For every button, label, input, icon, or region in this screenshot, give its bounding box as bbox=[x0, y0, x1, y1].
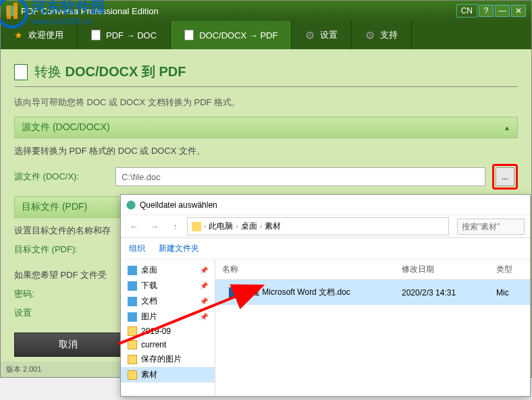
dialog-sidebar: 桌面📌下载📌文档📌图片📌2019-09current保存的图片素材 bbox=[121, 260, 215, 395]
settings-label: 设置 bbox=[14, 307, 32, 319]
title-bar: PDF Conversa Professional Edition CN ? —… bbox=[1, 1, 531, 21]
language-button[interactable]: CN bbox=[456, 4, 477, 18]
file-list-header: 名称 修改日期 类型 bbox=[215, 260, 530, 280]
folder-icon bbox=[192, 222, 201, 231]
source-description: 选择要转换为 PDF 格式的 DOC 或 DOCX 文件。 bbox=[14, 145, 518, 157]
page-icon bbox=[14, 64, 28, 80]
sidebar-item[interactable]: 下载📌 bbox=[121, 278, 215, 293]
help-button[interactable]: ? bbox=[479, 5, 494, 17]
gear-icon: ⚙ bbox=[305, 29, 315, 42]
minimize-button[interactable]: — bbox=[495, 5, 510, 17]
new-folder-button[interactable]: 新建文件夹 bbox=[159, 243, 199, 254]
column-date[interactable]: 修改日期 bbox=[395, 260, 489, 279]
doc-icon bbox=[91, 30, 101, 40]
tab-support[interactable]: ⚙支持 bbox=[352, 21, 412, 49]
cancel-button[interactable]: 取消 bbox=[14, 333, 122, 357]
page-title: 转换 DOC/DOCX 到 PDF bbox=[34, 63, 186, 81]
sidebar-item[interactable]: 2019-09 bbox=[121, 324, 215, 338]
window-controls: CN ? — ✕ bbox=[456, 4, 526, 18]
dialog-file-list: 名称 修改日期 类型 新建 Microsoft Word 文档.doc2020/… bbox=[215, 260, 530, 395]
folder-icon bbox=[128, 340, 137, 349]
pin-icon: 📌 bbox=[200, 297, 208, 305]
password-label: 密码: bbox=[14, 288, 34, 300]
window-title: PDF Conversa Professional Edition bbox=[21, 6, 456, 16]
dialog-toolbar: 组织 新建文件夹 bbox=[121, 238, 530, 260]
nav-back-button[interactable]: ← bbox=[126, 219, 142, 235]
close-button[interactable]: ✕ bbox=[511, 5, 526, 17]
sidebar-item[interactable]: 保存的图片 bbox=[121, 351, 215, 367]
chevron-up-icon: ▲ bbox=[504, 124, 510, 132]
column-type[interactable]: 类型 bbox=[489, 260, 530, 279]
desktop-icon bbox=[128, 266, 137, 275]
browse-highlight: ... bbox=[492, 164, 518, 190]
page-description: 该向导可帮助您将 DOC 或 DOCX 文档转换为 PDF 格式。 bbox=[14, 96, 518, 109]
tab-settings[interactable]: ⚙设置 bbox=[292, 21, 352, 49]
pic-icon bbox=[128, 312, 137, 322]
sidebar-item[interactable]: 文档📌 bbox=[121, 293, 215, 309]
dialog-body: 桌面📌下载📌文档📌图片📌2019-09current保存的图片素材 名称 修改日… bbox=[121, 260, 530, 395]
sidebar-item[interactable]: 图片📌 bbox=[121, 309, 215, 324]
doc-icon bbox=[128, 297, 137, 306]
source-file-input[interactable] bbox=[115, 167, 485, 186]
pin-icon: 📌 bbox=[200, 266, 208, 274]
download-icon bbox=[128, 281, 137, 291]
dialog-search-input[interactable] bbox=[457, 219, 525, 235]
dialog-title-bar: Quelldatei auswählen bbox=[121, 195, 530, 215]
organize-button[interactable]: 组织 bbox=[129, 243, 145, 254]
dialog-icon bbox=[126, 200, 136, 210]
main-tabs: ★欢迎使用 PDF → DOC DOC/DOCX → PDF ⚙设置 ⚙支持 bbox=[1, 21, 531, 49]
tab-welcome[interactable]: ★欢迎使用 bbox=[1, 21, 78, 49]
browse-source-button[interactable]: ... bbox=[496, 167, 514, 186]
source-file-label: 源文件 (DOC/X): bbox=[14, 171, 109, 183]
star-icon: ★ bbox=[14, 30, 23, 40]
folder-icon bbox=[128, 370, 137, 380]
sidebar-item[interactable]: current bbox=[121, 338, 215, 351]
nav-forward-button[interactable]: → bbox=[147, 219, 163, 235]
divider bbox=[14, 86, 518, 87]
file-row[interactable]: 新建 Microsoft Word 文档.doc2020/2/3 14:31Mi… bbox=[215, 280, 530, 305]
sidebar-item[interactable]: 桌面📌 bbox=[121, 262, 215, 278]
dialog-title: Quelldatei auswählen bbox=[140, 200, 217, 210]
source-section-header[interactable]: 源文件 (DOC/DOCX) ▲ bbox=[14, 117, 518, 138]
word-doc-icon bbox=[229, 287, 240, 298]
folder-icon bbox=[128, 326, 137, 336]
file-open-dialog: Quelldatei auswählen ← → ↑ › 此电脑 › 桌面 › … bbox=[120, 194, 531, 397]
nav-up-button[interactable]: ↑ bbox=[167, 219, 183, 235]
pin-icon: 📌 bbox=[200, 313, 208, 320]
source-file-row: 源文件 (DOC/X): ... bbox=[14, 164, 518, 190]
page-header: 转换 DOC/DOCX 到 PDF bbox=[14, 63, 518, 81]
tab-doc-to-pdf[interactable]: DOC/DOCX → PDF bbox=[171, 21, 292, 49]
tab-pdf-to-doc[interactable]: PDF → DOC bbox=[78, 21, 171, 49]
support-icon: ⚙ bbox=[365, 29, 375, 42]
breadcrumb[interactable]: › 此电脑 › 桌面 › 素材 bbox=[187, 217, 449, 235]
column-name[interactable]: 名称 bbox=[215, 260, 395, 279]
target-file-label: 目标文件 (PDF): bbox=[14, 244, 109, 256]
doc-icon bbox=[184, 30, 194, 40]
app-icon bbox=[6, 5, 17, 16]
svg-point-0 bbox=[127, 200, 135, 208]
sidebar-item[interactable]: 素材 bbox=[121, 367, 215, 382]
dialog-nav: ← → ↑ › 此电脑 › 桌面 › 素材 bbox=[121, 215, 530, 238]
pin-icon: 📌 bbox=[200, 282, 208, 289]
folder-icon bbox=[128, 355, 137, 364]
